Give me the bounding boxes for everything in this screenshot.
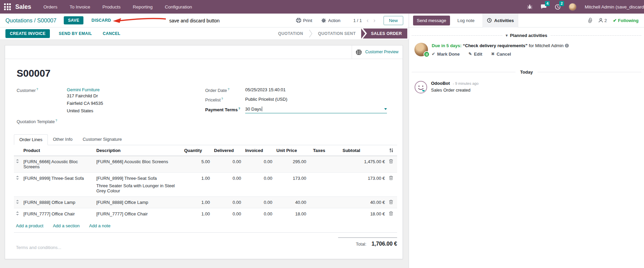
- cell-invoiced[interactable]: 0.00: [243, 208, 274, 219]
- pricelist-value[interactable]: Public Pricelist (USD): [245, 97, 287, 102]
- delete-row-button[interactable]: [387, 172, 397, 196]
- cell-delivered[interactable]: 0.00: [212, 196, 243, 208]
- stage-sales-order[interactable]: SALES ORDER: [363, 28, 407, 39]
- print-button[interactable]: Print: [296, 18, 312, 23]
- discard-button[interactable]: DISCARD: [90, 18, 113, 23]
- cell-product[interactable]: [FURN_8888] Office Lamp: [21, 196, 94, 208]
- delete-row-button[interactable]: [387, 196, 397, 208]
- menu-products[interactable]: Products: [102, 4, 120, 9]
- cell-taxes[interactable]: [308, 196, 340, 208]
- top-navbar: Sales Orders To Invoice Products Reporti…: [0, 0, 644, 14]
- delete-row-button[interactable]: [387, 156, 397, 172]
- attachment-button[interactable]: [588, 18, 592, 23]
- send-by-email-button[interactable]: SEND BY EMAIL: [57, 31, 94, 36]
- planned-activities-toggle[interactable]: ▾ Planned activities: [506, 33, 547, 38]
- paperclip-icon: [588, 18, 592, 23]
- cell-product[interactable]: [FURN_7777] Office Chair: [21, 208, 94, 219]
- save-button[interactable]: SAVE: [64, 16, 83, 24]
- drag-handle-icon: [16, 176, 19, 180]
- drag-handle[interactable]: [14, 208, 21, 219]
- cancel-activity-button[interactable]: ✖Cancel: [491, 52, 511, 57]
- cell-product[interactable]: [FURN_6666] Acoustic Bloc Screens: [21, 156, 94, 172]
- app-name[interactable]: Sales: [15, 3, 31, 11]
- followers-button[interactable]: 2: [599, 18, 607, 23]
- customer-link[interactable]: Gemini Furniture: [67, 87, 100, 92]
- cell-description[interactable]: [FURN_7777] Office Chair: [94, 208, 182, 219]
- cell-invoiced[interactable]: 0.00: [243, 172, 274, 196]
- stage-quotation[interactable]: QUOTATION: [273, 28, 309, 39]
- customer-preview-button[interactable]: Customer Preview: [352, 45, 403, 59]
- pager-next-icon[interactable]: ›: [373, 17, 375, 23]
- message-author[interactable]: OdooBot: [431, 81, 450, 86]
- drag-handle[interactable]: [14, 172, 21, 196]
- delete-row-button[interactable]: [387, 208, 397, 219]
- cell-taxes[interactable]: [308, 172, 340, 196]
- activities-button[interactable]: Activities: [483, 14, 518, 27]
- cell-quantity[interactable]: 1.00: [182, 172, 212, 196]
- add-a-product-link[interactable]: Add a product: [16, 223, 43, 228]
- pager-previous-icon[interactable]: ‹: [367, 17, 369, 23]
- cell-description[interactable]: [FURN_8888] Office Lamp: [94, 196, 182, 208]
- cell-delivered[interactable]: 0.00: [212, 208, 243, 219]
- cancel-button[interactable]: CANCEL: [101, 31, 122, 36]
- cell-quantity[interactable]: 1.00: [182, 208, 212, 219]
- edit-activity-button[interactable]: ✎Edit: [469, 52, 483, 57]
- cell-unit-price[interactable]: 40.00: [274, 196, 308, 208]
- cell-product[interactable]: [FURN_8999] Three-Seat Sofa: [21, 172, 94, 196]
- info-icon[interactable]: [565, 43, 569, 48]
- cell-quantity[interactable]: 1.00: [182, 196, 212, 208]
- left-column: Customer? Gemini Furniture 317 Fairchild…: [17, 87, 205, 128]
- cell-taxes[interactable]: [308, 156, 340, 172]
- terms-and-conditions-input[interactable]: Terms and conditions...: [14, 245, 61, 250]
- tab-order-lines[interactable]: Order Lines: [14, 134, 48, 145]
- action-button[interactable]: Action: [321, 18, 340, 23]
- mark-done-button[interactable]: ✔Mark Done: [432, 52, 460, 57]
- cell-invoiced[interactable]: 0.00: [243, 156, 274, 172]
- menu-to-invoice[interactable]: To Invoice: [70, 4, 90, 9]
- cell-invoiced[interactable]: 0.00: [243, 196, 274, 208]
- cell-quantity[interactable]: 5.00: [182, 156, 212, 172]
- drag-handle[interactable]: [14, 196, 21, 208]
- cell-delivered[interactable]: 0.00: [212, 172, 243, 196]
- following-button[interactable]: ✔Following: [613, 18, 639, 23]
- user-avatar[interactable]: [569, 3, 577, 11]
- activities-clock-icon[interactable]: 2: [555, 4, 561, 10]
- payment-terms-input[interactable]: 30 Days: [245, 107, 387, 113]
- tab-customer-signature[interactable]: Customer Signature: [78, 134, 127, 145]
- user-name[interactable]: Mitchell Admin (save_discard: [585, 4, 644, 9]
- messages-icon[interactable]: 4: [541, 4, 547, 9]
- send-message-button[interactable]: Send message: [413, 16, 450, 25]
- cell-unit-price[interactable]: 173.00: [274, 172, 308, 196]
- new-button[interactable]: New: [384, 16, 403, 25]
- subtotal-column-header: Subtotal: [340, 145, 387, 156]
- add-a-section-link[interactable]: Add a section: [53, 223, 80, 228]
- cell-unit-price[interactable]: 295.00: [274, 156, 308, 172]
- menu-orders[interactable]: Orders: [43, 4, 57, 9]
- log-note-button[interactable]: Log note: [457, 18, 475, 23]
- menu-configuration[interactable]: Configuration: [165, 4, 192, 9]
- stage-quotation-sent[interactable]: QUOTATION SENT: [313, 28, 361, 39]
- cell-description[interactable]: [FURN_8999] Three-Seat Sofa Three Seater…: [94, 172, 182, 196]
- planned-activities-header: ▾ Planned activities: [412, 33, 641, 38]
- activity-summary: “Check delivery requirements”: [463, 43, 528, 48]
- optional-columns-button[interactable]: [387, 145, 397, 156]
- add-a-note-link[interactable]: Add a note: [89, 223, 111, 228]
- cell-delivered[interactable]: 0.00: [212, 156, 243, 172]
- cell-description[interactable]: [FURN_6666] Acoustic Bloc Screens: [94, 156, 182, 172]
- drag-handle[interactable]: [14, 156, 21, 172]
- annotation-text: save and discard button: [169, 18, 220, 23]
- navbar-right: 4 2 Mitchell Admin (save_discard: [527, 3, 644, 11]
- help-icon: ?: [221, 97, 223, 100]
- quotation-template-field[interactable]: Quotation Template?: [17, 118, 205, 124]
- apps-grid-icon[interactable]: [4, 3, 11, 10]
- debug-bug-icon[interactable]: [527, 4, 532, 9]
- breadcrumb[interactable]: Quotations / S00007: [5, 17, 56, 24]
- control-panel-right: Print Action 1 / 1 ‹ › New: [287, 16, 403, 25]
- cell-taxes[interactable]: [308, 208, 340, 219]
- cell-unit-price[interactable]: 18.00: [274, 208, 308, 219]
- tab-other-info[interactable]: Other Info: [48, 134, 78, 145]
- cell-description-extra: Three Seater Sofa with Lounger in Steel …: [96, 183, 180, 193]
- menu-reporting[interactable]: Reporting: [133, 4, 153, 9]
- order-date-value[interactable]: 05/25/2023 15:40:01: [245, 87, 286, 92]
- create-invoice-button[interactable]: CREATE INVOICE: [5, 29, 50, 38]
